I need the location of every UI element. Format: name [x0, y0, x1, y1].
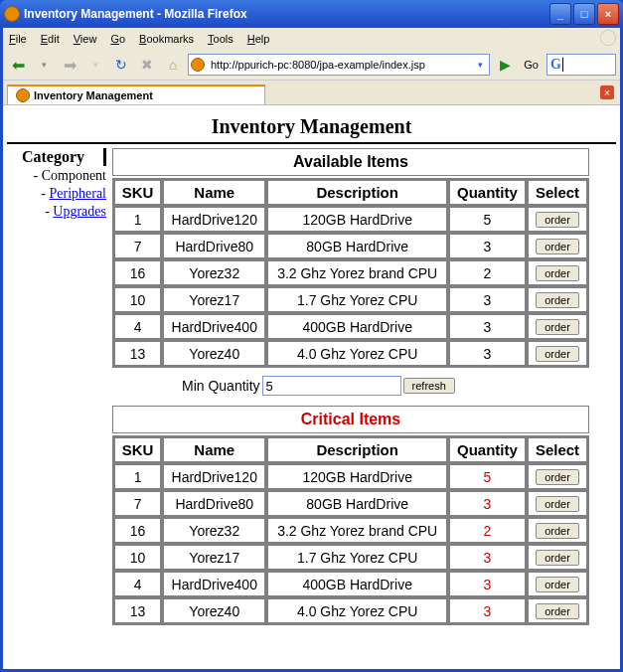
- divider: [7, 142, 616, 144]
- sidebar-item[interactable]: - Upgrades: [7, 204, 106, 220]
- cell-name: Yorez17: [163, 287, 265, 312]
- url-input[interactable]: [209, 58, 474, 72]
- order-button[interactable]: order: [536, 577, 579, 592]
- menu-edit[interactable]: Edit: [41, 33, 60, 45]
- cell-desc: 1.7 Ghz Yorez CPU: [267, 287, 446, 312]
- reload-button[interactable]: ↻: [110, 54, 132, 76]
- table-row: 16Yorez323.2 Ghz Yorez brand CPU2order: [114, 260, 587, 285]
- menu-go[interactable]: Go: [110, 33, 125, 45]
- cell-sku: 16: [114, 260, 161, 285]
- stop-button[interactable]: ✖: [136, 54, 158, 76]
- col-name: Name: [163, 180, 265, 205]
- col-sku: SKU: [114, 437, 161, 462]
- cell-sku: 7: [114, 491, 161, 516]
- min-quantity-label: Min Quantity: [182, 378, 260, 394]
- back-dropdown[interactable]: ▾: [33, 54, 55, 76]
- cell-select: order: [528, 491, 587, 516]
- cell-sku: 10: [114, 287, 161, 312]
- search-box[interactable]: G: [546, 54, 616, 76]
- google-icon: G: [550, 57, 561, 73]
- table-row: 16Yorez323.2 Ghz Yorez brand CPU2order: [114, 518, 587, 543]
- go-button[interactable]: ▶: [494, 54, 516, 76]
- sidebar-item-label[interactable]: Upgrades: [53, 204, 106, 219]
- menu-view[interactable]: View: [74, 33, 97, 45]
- cell-sku: 1: [114, 207, 161, 232]
- cell-select: order: [528, 598, 587, 623]
- cell-sku: 7: [114, 234, 161, 258]
- home-button[interactable]: ⌂: [162, 54, 184, 76]
- cell-name: HardDrive80: [163, 491, 265, 516]
- col-desc: Description: [267, 437, 446, 462]
- cell-qty: 3: [449, 545, 526, 570]
- cell-desc: 80GB HardDrive: [267, 491, 446, 516]
- cell-desc: 400GB HardDrive: [267, 314, 446, 339]
- min-quantity-input[interactable]: [262, 376, 401, 396]
- close-button[interactable]: ×: [597, 3, 619, 25]
- cell-desc: 1.7 Ghz Yorez CPU: [267, 545, 446, 570]
- cell-qty: 5: [449, 207, 526, 232]
- order-button[interactable]: order: [536, 550, 579, 566]
- menu-bookmarks[interactable]: Bookmarks: [139, 33, 194, 45]
- cell-name: HardDrive400: [163, 572, 265, 596]
- forward-dropdown[interactable]: ▾: [84, 54, 106, 76]
- cell-sku: 4: [114, 572, 161, 596]
- cell-name: Yorez32: [163, 518, 265, 543]
- menu-tools[interactable]: Tools: [208, 33, 234, 45]
- menu-file[interactable]: File: [9, 33, 27, 45]
- cell-sku: 13: [114, 598, 161, 623]
- cell-select: order: [528, 341, 587, 366]
- cell-desc: 400GB HardDrive: [267, 572, 446, 596]
- back-button[interactable]: ⬅: [7, 54, 29, 76]
- titlebar: Inventory Management - Mozilla Firefox _…: [0, 0, 623, 28]
- cell-select: order: [528, 207, 587, 232]
- cell-desc: 120GB HardDrive: [267, 207, 446, 232]
- cell-desc: 3.2 Ghz Yorez brand CPU: [267, 260, 446, 285]
- order-button[interactable]: order: [536, 523, 579, 539]
- tab-close-button[interactable]: ×: [600, 85, 614, 99]
- cell-name: Yorez40: [163, 598, 265, 623]
- order-button[interactable]: order: [536, 292, 579, 308]
- order-button[interactable]: order: [536, 346, 579, 362]
- col-select: Select: [528, 180, 587, 205]
- tab-inventory-management[interactable]: Inventory Management: [7, 84, 265, 104]
- minimize-button[interactable]: _: [549, 3, 571, 25]
- refresh-button[interactable]: refresh: [403, 378, 455, 394]
- col-sku: SKU: [114, 180, 161, 205]
- maximize-button[interactable]: □: [573, 3, 595, 25]
- cell-name: Yorez40: [163, 341, 265, 366]
- order-button[interactable]: order: [536, 212, 579, 228]
- cell-qty: 3: [449, 314, 526, 339]
- cell-select: order: [528, 287, 587, 312]
- cell-desc: 4.0 Ghz Yorez CPU: [267, 598, 446, 623]
- cell-select: order: [528, 234, 587, 258]
- page-title: Inventory Management: [7, 109, 616, 140]
- tab-page-icon: [16, 88, 30, 102]
- order-button[interactable]: order: [536, 603, 579, 619]
- url-bar[interactable]: ▾: [188, 54, 490, 76]
- cell-qty: 3: [449, 287, 526, 312]
- sidebar-item-label[interactable]: Peripheral: [49, 186, 106, 201]
- col-desc: Description: [267, 180, 446, 205]
- cell-select: order: [528, 260, 587, 285]
- cell-qty: 2: [449, 260, 526, 285]
- table-row: 1HardDrive120120GB HardDrive5order: [114, 464, 587, 489]
- category-heading: Category: [7, 148, 99, 166]
- forward-button[interactable]: ➡: [59, 54, 80, 76]
- cell-qty: 3: [449, 598, 526, 623]
- order-button[interactable]: order: [536, 319, 579, 335]
- cell-desc: 3.2 Ghz Yorez brand CPU: [267, 518, 446, 543]
- sidebar-item-label: Component: [42, 168, 106, 183]
- cell-desc: 120GB HardDrive: [267, 464, 446, 489]
- menu-help[interactable]: Help: [247, 33, 270, 45]
- order-button[interactable]: order: [536, 496, 579, 512]
- min-quantity-row: Min Quantity refresh: [182, 376, 616, 396]
- order-button[interactable]: order: [536, 469, 579, 485]
- url-dropdown[interactable]: ▾: [474, 60, 487, 70]
- order-button[interactable]: order: [536, 239, 579, 254]
- cell-select: order: [528, 314, 587, 339]
- order-button[interactable]: order: [536, 265, 579, 281]
- cell-qty: 2: [449, 518, 526, 543]
- cell-name: HardDrive120: [163, 207, 265, 232]
- table-row: 10Yorez171.7 Ghz Yorez CPU3order: [114, 545, 587, 570]
- sidebar-item[interactable]: - Peripheral: [7, 186, 106, 202]
